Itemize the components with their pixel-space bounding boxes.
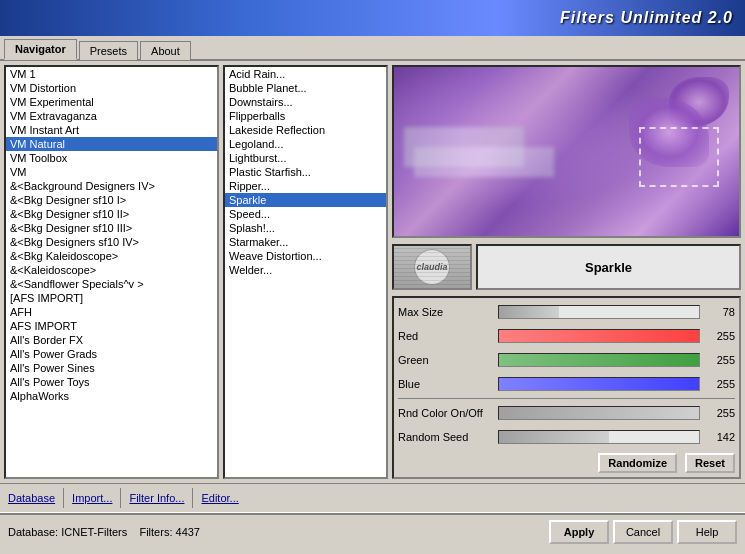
list-item[interactable]: AFH: [6, 305, 217, 319]
toolbar-sep-1: [63, 488, 64, 508]
list-item[interactable]: [AFS IMPORT]: [6, 291, 217, 305]
plugin-row: claudia Sparkle: [392, 242, 741, 292]
param-value-red: 255: [700, 330, 735, 342]
param-divider: [398, 398, 735, 399]
list-item[interactable]: VM 1: [6, 67, 217, 81]
status-buttons: Apply Cancel Help: [549, 520, 737, 544]
sublist-item[interactable]: Plastic Starfish...: [225, 165, 386, 179]
param-label-blue: Blue: [398, 378, 498, 390]
rand-row: Randomize Reset: [398, 453, 735, 473]
param-slider-red[interactable]: [498, 329, 700, 343]
sublist-item[interactable]: Ripper...: [225, 179, 386, 193]
list-item[interactable]: All's Power Sines: [6, 361, 217, 375]
tab-navigator[interactable]: Navigator: [4, 39, 77, 60]
database-button[interactable]: Database: [4, 490, 59, 506]
editor-button[interactable]: Editor...: [197, 490, 242, 506]
sublist-item[interactable]: Downstairs...: [225, 95, 386, 109]
bottom-toolbar: Database Import... Filter Info... Editor…: [0, 483, 745, 513]
list-item[interactable]: All's Border FX: [6, 333, 217, 347]
param-slider-rndseed[interactable]: [498, 430, 700, 444]
status-info: Database: ICNET-Filters Filters: 4437: [8, 526, 200, 538]
param-label-maxsize: Max Size: [398, 306, 498, 318]
list-item[interactable]: AlphaWorks: [6, 389, 217, 403]
list-item[interactable]: &<Background Designers IV>: [6, 179, 217, 193]
sublist-item[interactable]: Speed...: [225, 207, 386, 221]
cancel-button[interactable]: Cancel: [613, 520, 673, 544]
sublist-item[interactable]: Acid Rain...: [225, 67, 386, 81]
database-value: ICNET-Filters: [61, 526, 127, 538]
param-slider-green[interactable]: [498, 353, 700, 367]
list-item[interactable]: &<Bkg Kaleidoscope>: [6, 249, 217, 263]
list-item-selected[interactable]: VM Natural: [6, 137, 217, 151]
list-item[interactable]: VM Extravaganza: [6, 109, 217, 123]
list-item[interactable]: &<Bkg Designer sf10 I>: [6, 193, 217, 207]
param-row-blue: Blue 255: [398, 374, 735, 394]
app-title: Filters Unlimited 2.0: [560, 9, 733, 27]
param-value-blue: 255: [700, 378, 735, 390]
list-item[interactable]: VM Toolbox: [6, 151, 217, 165]
list-item[interactable]: VM Instant Art: [6, 123, 217, 137]
param-value-maxsize: 78: [700, 306, 735, 318]
list-item[interactable]: AFS IMPORT: [6, 319, 217, 333]
sublist-item-lakeside[interactable]: Lakeside Reflection: [225, 123, 386, 137]
sublist-item[interactable]: Starmaker...: [225, 235, 386, 249]
param-value-rndseed: 142: [700, 431, 735, 443]
apply-button[interactable]: Apply: [549, 520, 609, 544]
list-item[interactable]: All's Power Toys: [6, 375, 217, 389]
param-value-green: 255: [700, 354, 735, 366]
sublist-item[interactable]: Flipperballs: [225, 109, 386, 123]
sublist-item[interactable]: Lightburst...: [225, 151, 386, 165]
list-item[interactable]: &<Bkg Designers sf10 IV>: [6, 235, 217, 249]
sublist-item-sparkle[interactable]: Sparkle: [225, 193, 386, 207]
param-label-green: Green: [398, 354, 498, 366]
plugin-name: Sparkle: [476, 244, 741, 290]
param-slider-blue[interactable]: [498, 377, 700, 391]
sublist-item[interactable]: Weave Distortion...: [225, 249, 386, 263]
preview-image: [394, 67, 739, 236]
database-label: Database:: [8, 526, 58, 538]
param-row-rndseed: Random Seed 142: [398, 427, 735, 447]
param-label-red: Red: [398, 330, 498, 342]
list-item[interactable]: VM Experimental: [6, 95, 217, 109]
list-item[interactable]: VM Distortion: [6, 81, 217, 95]
title-bar: Filters Unlimited 2.0: [0, 0, 745, 36]
subfilter-list[interactable]: Acid Rain... Bubble Planet... Downstairs…: [223, 65, 388, 479]
preview-area: [392, 65, 741, 238]
param-row-maxsize: Max Size 78: [398, 302, 735, 322]
preview-selection-box: [639, 127, 719, 187]
help-button[interactable]: Help: [677, 520, 737, 544]
import-button[interactable]: Import...: [68, 490, 116, 506]
filters-label: Filters:: [139, 526, 172, 538]
param-label-rndseed: Random Seed: [398, 431, 498, 443]
list-item[interactable]: All's Power Grads: [6, 347, 217, 361]
list-item[interactable]: &<Bkg Designer sf10 III>: [6, 221, 217, 235]
randomize-button[interactable]: Randomize: [598, 453, 677, 473]
param-value-rndcolor: 255: [700, 407, 735, 419]
param-row-green: Green 255: [398, 350, 735, 370]
param-slider-maxsize[interactable]: [498, 305, 700, 319]
reset-button[interactable]: Reset: [685, 453, 735, 473]
toolbar-sep-2: [120, 488, 121, 508]
filter-list[interactable]: VM 1 VM Distortion VM Experimental VM Ex…: [4, 65, 219, 479]
sublist-item[interactable]: Welder...: [225, 263, 386, 277]
main-content: VM 1 VM Distortion VM Experimental VM Ex…: [0, 61, 745, 483]
list-item[interactable]: &<Kaleidoscope>: [6, 263, 217, 277]
param-slider-rndcolor[interactable]: [498, 406, 700, 420]
filters-value: 4437: [176, 526, 200, 538]
sublist-item[interactable]: Legoland...: [225, 137, 386, 151]
sublist-item[interactable]: Splash!...: [225, 221, 386, 235]
list-item[interactable]: VM: [6, 165, 217, 179]
list-item[interactable]: &<Sandflower Specials^v >: [6, 277, 217, 291]
param-row-rndcolor: Rnd Color On/Off 255: [398, 403, 735, 423]
param-label-rndcolor: Rnd Color On/Off: [398, 407, 498, 419]
right-panel: claudia Sparkle Max Size 78 Red 255: [392, 65, 741, 479]
toolbar-sep-3: [192, 488, 193, 508]
filter-info-button[interactable]: Filter Info...: [125, 490, 188, 506]
sublist-item[interactable]: Bubble Planet...: [225, 81, 386, 95]
tab-bar: Navigator Presets About: [0, 36, 745, 61]
param-row-red: Red 255: [398, 326, 735, 346]
tab-presets[interactable]: Presets: [79, 41, 138, 60]
params-area: Max Size 78 Red 255 Green 255: [392, 296, 741, 479]
tab-about[interactable]: About: [140, 41, 191, 60]
list-item[interactable]: &<Bkg Designer sf10 II>: [6, 207, 217, 221]
